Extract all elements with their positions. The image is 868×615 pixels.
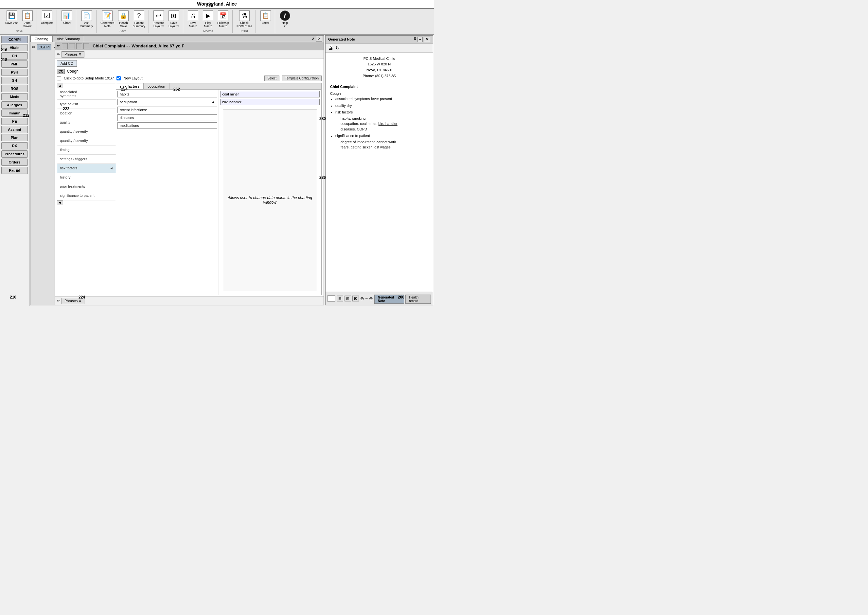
setup-mode-checkbox[interactable]: [57, 76, 61, 80]
clinic-phone: Phone: (801) 373-85: [330, 73, 428, 79]
item-medications[interactable]: medications: [117, 122, 217, 129]
sidebar-item-assmnt[interactable]: Assmnt: [1, 126, 28, 133]
sidebar-item-cc-hpi[interactable]: CC/HPI: [1, 36, 28, 43]
data-row-quality[interactable]: quality: [57, 118, 116, 127]
phrases-button[interactable]: Phrases ⇕: [61, 52, 84, 58]
complete-button[interactable]: ☑ Complete: [39, 10, 55, 25]
sidebar-item-orders[interactable]: Orders: [1, 159, 28, 166]
tab-risk-factors[interactable]: risk factors: [116, 83, 144, 89]
macros-group-label: Macros: [203, 30, 213, 33]
clinic-address: 1525 W 820 N: [330, 61, 428, 67]
data-grid-content-area: habits occupation ◄ recent infections:: [116, 90, 321, 295]
item-habits[interactable]: habits: [117, 91, 217, 97]
zoom-divider: –: [366, 296, 368, 301]
panel-close-button[interactable]: ✕: [424, 37, 430, 42]
tab-visit-summary[interactable]: Visit Summary: [53, 36, 84, 42]
restore-layout-button[interactable]: ↩ RestoreLayout▾: [152, 10, 166, 29]
save-layout-label: SaveLayout▾: [169, 22, 179, 28]
clinic-city: Provo, UT 84601: [330, 67, 428, 73]
toolbar-help-group: i Help▾: [276, 10, 294, 33]
significance-sub: degree of impairment. cannot work fears.…: [335, 139, 428, 150]
save-visit-button[interactable]: 💾 Save Visit: [4, 10, 20, 25]
sidebar-meds-label: Meds: [10, 95, 19, 99]
toolbar-save-group: 💾 Save Visit 📋 AutoSave▾ Save: [2, 10, 37, 33]
occupation-arrow-icon: ◄: [211, 100, 215, 104]
data-row-significance[interactable]: significance to patient: [57, 191, 116, 200]
chart-button[interactable]: 📊 Chart: [59, 10, 74, 25]
patient-summary-button[interactable]: ? PatientSummary: [131, 10, 147, 29]
data-row-prior-treatments[interactable]: prior treatments: [57, 182, 116, 191]
tab-occupation[interactable]: occupation: [144, 83, 169, 89]
footer-tab-health-record[interactable]: Health record: [405, 295, 431, 304]
restore-layout-label: RestoreLayout▾: [153, 22, 164, 28]
sidebar-item-procedures[interactable]: Procedures: [1, 150, 28, 158]
view-icon1: ⊞: [337, 295, 343, 301]
sidebar-item-ros[interactable]: ROS: [1, 85, 28, 92]
square4-icon: [83, 43, 89, 49]
complete-icon: ☑: [42, 11, 52, 21]
letter-button[interactable]: 📋 Letter: [258, 10, 273, 25]
sidebar-item-pe[interactable]: PE: [1, 118, 28, 125]
generated-note-button[interactable]: 📝 GeneratedNote: [99, 10, 116, 29]
followup-macro-button[interactable]: 📅 FollowupMacro: [216, 10, 230, 29]
data-row-risk-factors[interactable]: risk factors ◄: [57, 164, 116, 173]
patient-summary-icon: ?: [134, 11, 144, 21]
generated-note-panel: Generated Note ⊼ – ✕ 🖨 ↻ PCIS Medical Cl…: [325, 35, 433, 305]
data-row-timing[interactable]: timing: [57, 145, 116, 155]
sidebar-item-psh[interactable]: PSH: [1, 69, 28, 76]
scroll-down-arrow[interactable]: ▼: [57, 200, 63, 205]
health-record-button[interactable]: 🔒 HealthSave: [116, 10, 131, 29]
phrases-label: Phrases: [64, 52, 78, 56]
new-layout-label: New Layout: [124, 76, 142, 80]
tab-charting[interactable]: Charting: [30, 36, 53, 42]
save-layout-button[interactable]: ⊞ SaveLayout▾: [167, 10, 181, 29]
clinic-info: PCIS Medical Clinic 1525 W 820 N Provo, …: [330, 56, 428, 79]
charting-content: ✏ CC/HPI ◄ ✏: [30, 42, 324, 305]
bullet-quality: quality dry: [335, 103, 428, 109]
sidebar-item-allergies[interactable]: Allergies: [1, 101, 28, 109]
visit-summary-button[interactable]: 📄 VisitSummary: [79, 10, 94, 29]
clinic-name: PCIS Medical Clinic: [330, 56, 428, 62]
item-recent-infections[interactable]: recent infections:: [117, 106, 217, 113]
new-layout-checkbox[interactable]: [116, 76, 121, 80]
note-search-input[interactable]: [327, 295, 335, 302]
template-config-button[interactable]: Template Configuration: [282, 75, 322, 81]
data-row-associated-symptoms[interactable]: associatedsymptoms: [57, 88, 116, 100]
patient-header: Wonderland, Alice: [0, 0, 434, 8]
data-row-quantity2[interactable]: quantity / severity: [57, 136, 116, 145]
panel-minimize-button[interactable]: –: [418, 37, 423, 42]
generated-note-header: Generated Note ⊼ – ✕: [325, 36, 433, 44]
ref-236-label: 236: [319, 175, 326, 180]
data-row-settings[interactable]: settings / triggers: [57, 155, 116, 164]
add-cc-button[interactable]: Add CC: [57, 60, 77, 67]
sidebar-item-rx[interactable]: RX: [1, 142, 28, 150]
scroll-up-arrow[interactable]: ▲: [57, 83, 63, 88]
item-diseases[interactable]: diseases: [117, 114, 217, 121]
auto-save-button[interactable]: 📋 AutoSave▾: [20, 10, 35, 29]
ref-262-label: 262: [174, 87, 180, 92]
item-bird-handler[interactable]: bird handler: [220, 99, 320, 105]
item-occupation[interactable]: occupation ◄: [117, 99, 217, 105]
tab-close-button[interactable]: ✕: [316, 36, 322, 42]
sidebar-item-meds[interactable]: Meds: [1, 93, 28, 100]
save-group-label: Save: [16, 30, 23, 33]
check-pori-button[interactable]: ⚗ CheckPORI Rules: [235, 10, 253, 29]
sidebar-item-pat-ed[interactable]: Pat Ed: [1, 167, 28, 174]
cc-hpi-nav-btn[interactable]: CC/HPI: [37, 44, 52, 50]
health-record-icon: 🔒: [118, 11, 128, 21]
help-button[interactable]: i Help▾: [278, 10, 292, 29]
save-macro-button[interactable]: 🖨 SaveMacro: [186, 10, 200, 29]
data-row-history[interactable]: history: [57, 173, 116, 182]
play-macro-button[interactable]: ▶ PlayMacro: [201, 10, 215, 29]
sidebar-item-plan[interactable]: Plan: [1, 134, 28, 141]
play-macro-icon: ▶: [203, 11, 213, 21]
letter-label: Letter: [262, 22, 269, 25]
item-coal-miner[interactable]: coal miner: [220, 91, 320, 97]
generated-note-footer: ⊞ ⊟ ⊠ ⊖ – ⊕ Generated Note Health record: [325, 292, 433, 305]
charting-area: Charting Visit Summary ⊼ ✕ ✏ CC/HP: [30, 35, 324, 305]
data-row-quantity1[interactable]: quantity / severity: [57, 127, 116, 136]
generated-note-label: GeneratedNote: [100, 22, 114, 28]
layout-row: Click to goto Setup Mode 191/7 New Layou…: [55, 75, 324, 82]
sidebar-item-sh[interactable]: SH: [1, 77, 28, 84]
select-button[interactable]: Select: [264, 75, 279, 81]
